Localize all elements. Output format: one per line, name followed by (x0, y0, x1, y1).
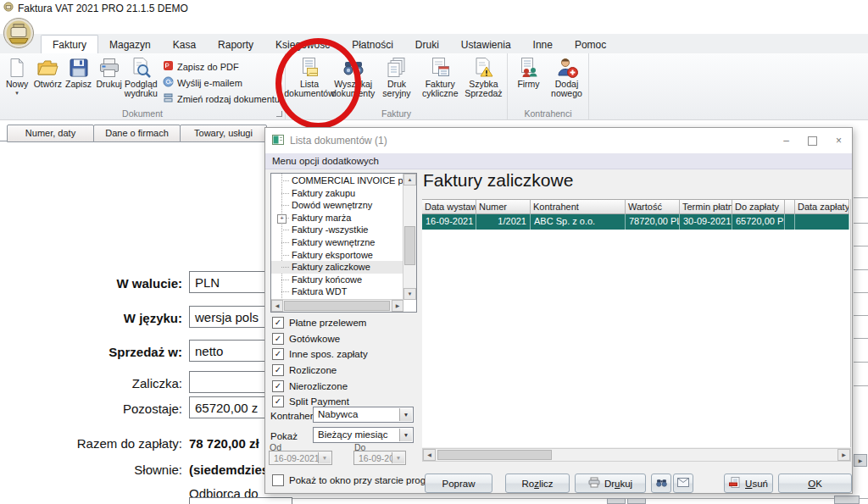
pokaz-select[interactable]: Bieżący miesiąc ▼ (313, 427, 414, 443)
form-label-razem-do-zap-aty: Razem do zapłaty: (0, 436, 182, 451)
tree-item-dow-d-wewn-trzny[interactable]: Dowód wewnętrzny (271, 199, 403, 212)
pokaz-value: Bieżący miesiąc (314, 428, 413, 440)
drukuj-button[interactable]: Drukuj (94, 55, 125, 89)
tree-item-faktury-zaliczkowe[interactable]: Faktury zaliczkowe (271, 261, 403, 274)
close-button[interactable]: × (826, 128, 852, 153)
maximize-button[interactable] (799, 128, 826, 153)
column-header-do-zap-aty[interactable]: Do zapłaty (732, 199, 785, 214)
table-row[interactable]: 16-09-20211/2021ABC Sp. z o.o.78720,00 P… (422, 214, 851, 230)
usu-button[interactable]: Usuń (724, 474, 773, 493)
scroll-thumb[interactable] (404, 226, 415, 265)
faktury-cykliczne-button[interactable]: Faktury cykliczne (419, 55, 462, 99)
druk-seryjny-button[interactable]: Druk seryjny (375, 55, 418, 99)
zapisz-button[interactable]: Zapisz (63, 55, 93, 89)
checkbox-icon[interactable]: ✓ (272, 317, 284, 329)
checkbox-icon[interactable]: ✓ (272, 333, 284, 345)
list-horizontal-scrollbar[interactable]: ◀ ▶ (422, 448, 851, 462)
tree-item-faktury-eksportowe[interactable]: Faktury eksportowe (271, 249, 403, 262)
form-tab-numer-daty[interactable]: Numer, daty (7, 125, 94, 142)
tree-horizontal-scrollbar[interactable]: ◀ ▶ (271, 299, 403, 312)
form-input-fragment[interactable] (189, 497, 292, 504)
column-header-data-wystawi[interactable]: Data wystawi (422, 199, 476, 214)
ribbon-tab-faktury[interactable]: Faktury (41, 35, 98, 53)
ribbon-tab-druki[interactable]: Druki (404, 36, 450, 53)
date-to-select[interactable]: 16-09-2021 ▼ (353, 451, 406, 465)
tree-vertical-scrollbar[interactable]: ▲ ▼ (403, 174, 416, 300)
filter-checkbox-inne-spos-zap-aty[interactable]: ✓Inne spos. zapłaty (272, 346, 368, 363)
popraw-button[interactable]: Popraw (425, 474, 492, 493)
scroll-left-arrow[interactable]: ◀ (271, 300, 283, 312)
show-on-startup-checkbox[interactable]: Pokaż to okno przy starcie programu (272, 474, 448, 486)
chevron-down-icon[interactable]: ▼ (399, 408, 412, 421)
scroll-right-arrow[interactable]: ▶ (392, 300, 403, 312)
podgl-d-wydruku-button[interactable]: Podgląd wydruku (125, 55, 158, 99)
minimize-button[interactable]: – (773, 128, 799, 153)
date-from-select[interactable]: 16-09-2021 ▼ (269, 451, 332, 465)
column-header-x[interactable] (785, 199, 795, 214)
filter-checkbox-p-atne-przelewem[interactable]: ✓Płatne przelewem (272, 315, 368, 331)
szybka-sprzeda-button[interactable]: Szybka Sprzedaż (462, 55, 505, 99)
tree-item-faktury-ko-cowe[interactable]: Faktury końcowe (271, 274, 403, 286)
scroll-thumb[interactable] (284, 301, 390, 311)
ribbon-tab-inne[interactable]: Inne (522, 36, 564, 53)
chevron-down-icon[interactable]: ▼ (318, 452, 331, 463)
search-button[interactable] (651, 474, 671, 493)
column-header-numer[interactable]: Numer (476, 199, 531, 214)
chevron-down-icon: ▾ (15, 90, 19, 97)
rozlicz-button[interactable]: Rozlicz (505, 474, 570, 493)
column-header-warto[interactable]: Wartość (626, 199, 680, 214)
filter-checkbox-nierozliczone[interactable]: ✓Nierozliczone (272, 378, 368, 394)
ribbon-group-kontrahenci: FirmyDodaj nowegoKontrahenci (508, 53, 589, 119)
ribbon-tab-p-atno-ci[interactable]: Płatności (341, 36, 404, 53)
checkbox-icon[interactable]: ✓ (272, 380, 284, 392)
scroll-left-arrow[interactable]: ◀ (423, 449, 436, 461)
kontrahent-select[interactable]: Nabywca ▼ (313, 407, 414, 423)
email-button[interactable] (673, 474, 693, 493)
column-header-kontrahent[interactable]: Kontrahent (531, 199, 626, 214)
dodaj-nowego-button[interactable]: Dodaj nowego (548, 55, 586, 99)
form-tab-dane-o-firmach[interactable]: Dane o firmach (93, 125, 181, 142)
quick-access-toolbar: ▾ (0, 16, 868, 34)
tree-item-commercial-invoice-pro-for[interactable]: COMMERCIAL INVOICE pro-for (271, 174, 403, 187)
checkbox-icon[interactable]: ✓ (272, 396, 284, 407)
checkbox-icon[interactable]: ✓ (272, 348, 284, 360)
scroll-down-arrow[interactable]: ▼ (403, 288, 416, 300)
app-menu-button[interactable] (3, 17, 35, 49)
checkbox-icon[interactable] (272, 474, 284, 486)
filter-checkbox-rozliczone[interactable]: ✓Rozliczone (272, 363, 368, 379)
column-header-termin-p-atn[interactable]: Termin płatn (680, 199, 732, 214)
ribbon-tab-magazyn[interactable]: Magazyn (98, 36, 162, 53)
expand-icon[interactable]: + (277, 214, 287, 224)
nowy-button[interactable]: Nowy▾ (2, 55, 32, 97)
ribbon-tab-pomoc[interactable]: Pomoc (564, 36, 617, 53)
firmy-button[interactable]: Firmy (509, 55, 548, 89)
ribbon-group-dokument: Nowy▾OtwórzZapiszDrukujPodgląd wydrukuZa… (0, 53, 286, 119)
tree-item-faktury-wewn-trzne[interactable]: Faktury wewnętrzne (271, 236, 403, 249)
filter-checkbox-got-wkowe[interactable]: ✓Gotówkowe (272, 331, 368, 347)
zmie-rodzaj-dokumentu-button[interactable]: Zmień rodzaj dokumentu (163, 92, 280, 105)
menu-opcji-dodatkowych[interactable]: Menu opcji dodatkowych (265, 153, 852, 169)
tree-item-faktury-zakupu[interactable]: Faktury zakupu (271, 187, 403, 200)
otw-rz-button[interactable]: Otwórz (32, 55, 63, 89)
wy-lij-e-mailem-button[interactable]: Wyślij e-mailem (163, 76, 280, 89)
ribbon-tab-raporty[interactable]: Raporty (207, 36, 264, 53)
group-label: Kontrahenci (508, 108, 588, 119)
ribbon-tab-kasa[interactable]: Kasa (162, 36, 207, 53)
form-tab-towary-us-ugi[interactable]: Towary, usługi (180, 125, 267, 142)
column-header-data-zap-aty[interactable]: Data zapłaty (795, 199, 849, 214)
scroll-thumb[interactable] (437, 450, 552, 460)
checkbox-icon[interactable]: ✓ (272, 364, 284, 376)
scroll-up-arrow[interactable]: ▲ (403, 174, 416, 186)
chevron-down-icon[interactable]: ▼ (392, 452, 404, 463)
button-label: Zmień rodzaj dokumentu (177, 94, 280, 104)
zapisz-do-pdf-button[interactable]: Zapisz do PDF (163, 60, 280, 73)
drukuj-button[interactable]: Drukuj (575, 474, 646, 493)
chevron-down-icon[interactable]: ▼ (399, 429, 412, 441)
tree-item-faktury-wszystkie[interactable]: Faktury -wszystkie (271, 224, 403, 236)
tree-item-faktura-wdt[interactable]: Faktura WDT (271, 285, 403, 298)
scroll-right-arrow[interactable]: ▶ (837, 449, 850, 461)
tree-item-faktury-mar-a[interactable]: +Faktury marża (271, 212, 403, 224)
dialog-launcher-icon[interactable] (276, 111, 282, 117)
ribbon-tab-ustawienia[interactable]: Ustawienia (450, 36, 522, 53)
ok-button[interactable]: OK (778, 474, 852, 493)
